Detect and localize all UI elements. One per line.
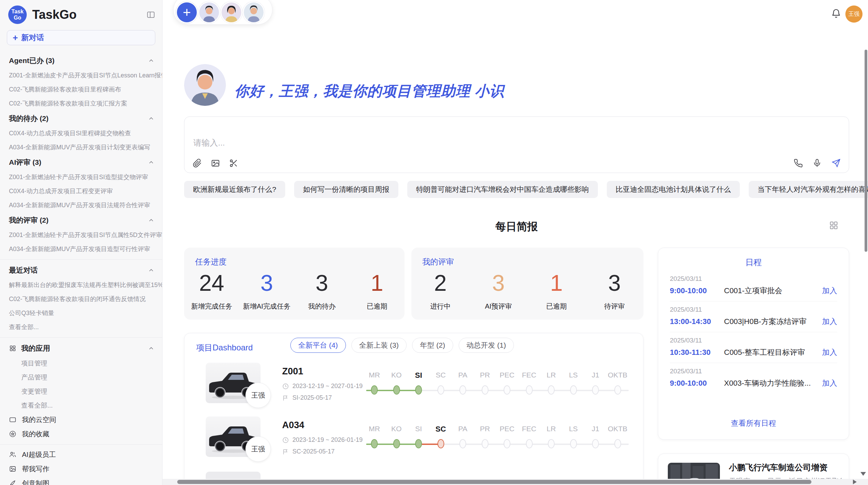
agent-avatar[interactable] bbox=[199, 2, 219, 22]
stat-item: 2进行中 bbox=[411, 272, 469, 311]
sidebar-item[interactable]: C0X4-动力总成开发项目工程变更评审 bbox=[0, 184, 162, 198]
phone-call-icon[interactable] bbox=[794, 159, 803, 168]
new-chat-button[interactable]: + 新对话 bbox=[7, 30, 155, 45]
app-item[interactable]: 产品管理 bbox=[0, 370, 162, 384]
milestone-dot bbox=[393, 439, 400, 448]
milestone-dot bbox=[393, 385, 400, 395]
recent-chat-item[interactable]: 查看全部... bbox=[0, 320, 162, 334]
sidebar-item[interactable]: A034-全新新能源MUV产品开发项目法规符合性评审 bbox=[0, 198, 162, 212]
send-icon[interactable] bbox=[831, 159, 841, 168]
app-item[interactable]: 项目管理 bbox=[0, 356, 162, 370]
chat-input[interactable] bbox=[193, 137, 708, 154]
suggestion-chip[interactable]: 特朗普可能对进口汽车增税会对中国车企造成哪些影响 bbox=[407, 181, 598, 198]
sidebar-section-header[interactable]: 我的评审 (2) bbox=[0, 212, 162, 228]
notification-bell-icon[interactable] bbox=[831, 8, 841, 18]
horizontal-scrollbar[interactable] bbox=[162, 479, 868, 485]
sidebar-item[interactable]: C02-飞腾新能源轻客改款项目立项汇报方案 bbox=[0, 97, 162, 111]
cloud-space-icon bbox=[9, 416, 16, 423]
sidebar-item[interactable]: C0X4-动力总成开发项目SI里程碑提交物检查 bbox=[0, 126, 162, 140]
milestone-label: FEC bbox=[517, 425, 541, 433]
sidebar-item[interactable]: A034-全新新能源MUV产品开发项目计划变更表编写 bbox=[0, 140, 162, 154]
chevron-up-icon[interactable] bbox=[148, 267, 155, 274]
suggestion-chip[interactable]: 欧洲新规最近颁布了什么? bbox=[184, 181, 285, 198]
divider bbox=[0, 259, 162, 260]
new-agent-button[interactable]: + bbox=[177, 2, 197, 22]
schedule-event: 2025/03/119:00-10:00C001-立项审批会加入 bbox=[658, 271, 849, 296]
sidebar-item-AI超级员工[interactable]: AI超级员工 bbox=[0, 447, 162, 462]
suggestion-chip[interactable]: 如何写一份清晰的项目周报 bbox=[294, 181, 398, 198]
sidebar-item-创意制图[interactable]: 创意制图 bbox=[0, 476, 162, 485]
chevron-up-icon[interactable] bbox=[148, 159, 155, 166]
suggestion-chip[interactable]: 比亚迪全固态电池计划具体说了什么 bbox=[607, 181, 740, 198]
sidebar-section-header[interactable]: 我的应用 bbox=[0, 340, 162, 356]
recent-chat-item[interactable]: 公司Q3轻卡销量 bbox=[0, 306, 162, 320]
sidebar-item[interactable]: Z001-全新燃油皮卡产品开发项目SI节点Lesson Learn报告 bbox=[0, 69, 162, 83]
milestone-label: SC bbox=[429, 371, 453, 379]
scroll-down-arrow-icon[interactable] bbox=[860, 472, 866, 476]
join-button[interactable]: 加入 bbox=[822, 347, 837, 358]
user-avatar[interactable]: 王强 bbox=[845, 5, 863, 23]
recent-chat-item[interactable]: C02-飞腾新能源轻客改款项目的闭环通告反馈情况 bbox=[0, 292, 162, 306]
attachment-icon[interactable] bbox=[193, 159, 202, 168]
dashboard-tab[interactable]: 动总开发 (1) bbox=[459, 338, 514, 353]
dashboard-tabs: 全新平台 (4)全新上装 (3)年型 (2)动总开发 (1) bbox=[290, 338, 514, 353]
sidebar-item-帮我写作[interactable]: 帮我写作 bbox=[0, 462, 162, 476]
agent-avatar[interactable] bbox=[221, 2, 241, 22]
sidebar-item-我的云空间[interactable]: 我的云空间 bbox=[0, 412, 162, 427]
dashboard-tab[interactable]: 全新上装 (3) bbox=[351, 338, 407, 353]
stat-item: 1已逾期 bbox=[349, 272, 405, 311]
project-date-range: 2023-12-19 ~ 2026-01-19 bbox=[292, 436, 363, 444]
sidebar-section-header[interactable]: AI评审 (3) bbox=[0, 154, 162, 170]
stat-item: 1已逾期 bbox=[528, 272, 586, 311]
agent-avatar[interactable] bbox=[244, 2, 264, 22]
image-upload-icon[interactable] bbox=[211, 159, 220, 168]
layout-grid-icon[interactable] bbox=[829, 221, 839, 230]
sidebar-section-header[interactable]: 最近对话 bbox=[0, 262, 162, 278]
scroll-right-arrow-icon[interactable] bbox=[853, 480, 857, 484]
dashboard-tab[interactable]: 年型 (2) bbox=[412, 338, 453, 353]
suggestion-chip[interactable]: 当下年轻人对汽车外观有怎样的喜好趋势 bbox=[749, 181, 868, 198]
sidebar-item-我的收藏[interactable]: 我的收藏 bbox=[0, 427, 162, 441]
milestone-dot bbox=[614, 439, 621, 448]
event-date: 2025/03/11 bbox=[670, 306, 837, 313]
microphone-icon[interactable] bbox=[812, 159, 822, 168]
suggestion-chips: 欧洲新规最近颁布了什么?如何写一份清晰的项目周报特朗普可能对进口汽车增税会对中国… bbox=[184, 181, 851, 198]
stat-item: 3AI预评审 bbox=[469, 272, 527, 311]
milestone-dot bbox=[371, 439, 378, 448]
chevron-up-icon[interactable] bbox=[148, 57, 155, 64]
sidebar-collapse-icon[interactable] bbox=[146, 10, 155, 19]
project-row[interactable]: 王强A0342023-12-19 ~ 2026-01-19SC-2025-05-… bbox=[184, 416, 643, 475]
sidebar-item[interactable]: C02-飞腾新能源轻客改款项目里程碑画布 bbox=[0, 83, 162, 97]
scissors-icon[interactable] bbox=[229, 159, 238, 168]
horizontal-scrollbar-thumb[interactable] bbox=[177, 480, 811, 484]
milestone-dot bbox=[437, 439, 444, 448]
stat-value: 1 bbox=[349, 272, 405, 294]
clock-icon bbox=[282, 383, 289, 390]
sidebar-item-label: 我的收藏 bbox=[22, 430, 49, 439]
sidebar-section-header[interactable]: 我的待办 (2) bbox=[0, 111, 162, 126]
sidebar-item-label: AI超级员工 bbox=[22, 450, 56, 459]
chevron-up-icon[interactable] bbox=[148, 345, 155, 352]
app-item[interactable]: 变更管理 bbox=[0, 384, 162, 398]
sidebar-item[interactable]: Z001-全新燃油轻卡产品开发项目SI节点属性5D文件评审 bbox=[0, 228, 162, 242]
join-button[interactable]: 加入 bbox=[822, 378, 837, 388]
sidebar-item[interactable]: A034-全新新能源MUV产品开发项目造型可行性评审 bbox=[0, 242, 162, 256]
project-dates: 2023-12-19 ~ 2027-01-19 bbox=[282, 383, 363, 390]
project-date-range: 2023-12-19 ~ 2027-01-19 bbox=[292, 383, 363, 390]
project-row[interactable]: 王强Z0012023-12-19 ~ 2027-01-19SI-2025-05-… bbox=[184, 363, 643, 421]
logo-text-bottom: Go bbox=[14, 15, 21, 21]
sidebar-item-label: 创意制图 bbox=[22, 479, 49, 485]
recent-chat-item[interactable]: 解释最新出台的欧盟报废车法规再生塑料比例被调至15%... bbox=[0, 278, 162, 292]
dashboard-tab[interactable]: 全新平台 (4) bbox=[290, 338, 346, 353]
sidebar-item[interactable]: Z001-全新燃油轻卡产品开发项目SI造型提交物评审 bbox=[0, 170, 162, 184]
chevron-up-icon[interactable] bbox=[148, 217, 155, 224]
app-item[interactable]: 查看全部... bbox=[0, 398, 162, 412]
chevron-up-icon[interactable] bbox=[148, 115, 155, 122]
vertical-scrollbar-thumb[interactable] bbox=[865, 50, 867, 252]
view-all-schedule-link[interactable]: 查看所有日程 bbox=[658, 418, 849, 428]
milestone-dot bbox=[570, 439, 577, 448]
join-button[interactable]: 加入 bbox=[822, 286, 837, 296]
sidebar-section-header[interactable]: Agent已办 (3) bbox=[0, 53, 162, 69]
event-name: C003|H0B-方案冻结评审 bbox=[724, 316, 822, 327]
join-button[interactable]: 加入 bbox=[822, 316, 837, 327]
